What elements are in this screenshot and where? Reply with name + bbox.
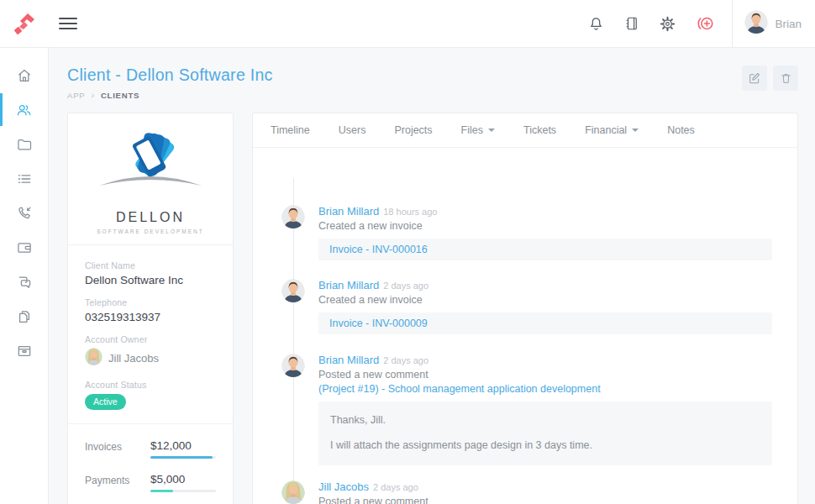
trash-icon	[780, 71, 792, 85]
entry-user-avatar[interactable]	[281, 480, 305, 504]
tab-users[interactable]: Users	[339, 124, 366, 136]
entry-user-link[interactable]: Jill Jacobs	[318, 480, 369, 493]
tab-label: Notes	[667, 124, 695, 136]
projects-folder-icon	[16, 136, 33, 153]
progress-track	[150, 456, 216, 459]
telephone-value: 032519313937	[85, 311, 216, 323]
edit-pencil-icon	[748, 71, 761, 85]
tab-bar: Timeline Users Projects Files Tickets Fi…	[253, 113, 797, 148]
breadcrumb: APP › CLIENTS	[67, 91, 273, 100]
sidebar-item-messages[interactable]	[0, 265, 48, 299]
left-sidebar	[0, 48, 49, 504]
entry-timestamp: 2 days ago	[383, 355, 429, 365]
tab-files[interactable]: Files	[461, 124, 495, 136]
invoice-link[interactable]: Invoice - INV-000009	[329, 318, 761, 329]
sidebar-item-payments[interactable]	[0, 230, 48, 265]
dellon-logo-image	[87, 125, 213, 205]
comment-text: Thanks, Jill.	[330, 413, 760, 427]
tab-label: Files	[461, 124, 483, 136]
menu-hamburger-icon[interactable]	[59, 14, 77, 33]
messages-chat-icon	[16, 274, 33, 291]
entry-invoice-box: Invoice - INV-000016	[318, 239, 772, 260]
tab-financial[interactable]: Financial	[585, 124, 639, 136]
tab-timeline[interactable]: Timeline	[271, 124, 310, 136]
stat-label: Invoices	[85, 439, 150, 459]
entry-action-text: Posted a new comment	[318, 496, 772, 504]
calls-phone-icon	[16, 205, 33, 222]
archive-box-icon	[16, 343, 33, 360]
progress-fill	[150, 490, 173, 492]
owner-avatar[interactable]	[85, 348, 103, 369]
breadcrumb-current: CLIENTS	[101, 91, 139, 100]
settings-gear-icon[interactable]	[660, 16, 676, 32]
home-icon	[16, 67, 33, 84]
address-book-icon[interactable]	[624, 15, 639, 32]
client-detail-card: Timeline Users Projects Files Tickets Fi…	[252, 113, 798, 504]
invoice-link[interactable]: Invoice - INV-000016	[329, 244, 761, 255]
tab-projects[interactable]: Projects	[394, 124, 432, 136]
sidebar-item-archive[interactable]	[0, 333, 48, 368]
page-actions	[742, 66, 798, 91]
caret-down-icon	[632, 129, 639, 132]
timeline-entry: Brian Millard2 days ago Posted a new com…	[253, 354, 797, 465]
stat-row-invoices: Invoices $12,000	[85, 439, 216, 459]
field-label: Account Owner	[85, 334, 216, 344]
quick-add-icon[interactable]	[696, 14, 715, 33]
entry-timestamp: 2 days ago	[383, 281, 429, 291]
entry-user-link[interactable]: Brian Millard	[318, 354, 379, 366]
entry-action-text: Posted a new comment	[318, 369, 772, 381]
edit-client-button[interactable]	[742, 66, 767, 91]
sidebar-item-clients[interactable]	[0, 92, 48, 127]
sidebar-item-home[interactable]	[0, 58, 48, 92]
notifications-bell-icon[interactable]	[588, 15, 604, 33]
client-info: Client Name Dellon Software Inc Telephon…	[68, 245, 233, 424]
header-icon-group	[588, 14, 715, 33]
caret-down-icon	[488, 129, 495, 132]
client-name-field: Client Name Dellon Software Inc	[85, 260, 216, 286]
entry-timestamp: 2 days ago	[373, 482, 418, 492]
chevron-right-icon: ›	[91, 92, 94, 99]
timeline: Brian Millard18 hours ago Created a new …	[253, 148, 797, 504]
entry-user-link[interactable]: Brian Millard	[318, 205, 379, 218]
tab-label: Timeline	[271, 124, 310, 136]
user-menu[interactable]: Brian	[733, 0, 815, 48]
field-label: Account Status	[85, 380, 216, 390]
comment-text: I will attach the assignments page desig…	[330, 438, 760, 452]
main-content: Client - Dellon Software Inc APP › CLIEN…	[49, 48, 815, 504]
page-head: Client - Dellon Software Inc APP › CLIEN…	[67, 66, 798, 100]
entry-user-avatar[interactable]	[281, 205, 305, 232]
owner-name[interactable]: Jill Jacobs	[108, 352, 159, 365]
sidebar-item-calls[interactable]	[0, 196, 48, 230]
sidebar-item-tasks[interactable]	[0, 161, 48, 196]
brand-logo-icon	[12, 11, 37, 36]
stat-value: $5,000	[150, 473, 216, 486]
tab-notes[interactable]: Notes	[667, 124, 695, 136]
account-status-field: Account Status Active	[85, 380, 216, 410]
client-logo-name: DELLON	[76, 210, 224, 225]
breadcrumb-root[interactable]: APP	[67, 91, 85, 100]
sidebar-item-documents[interactable]	[0, 299, 48, 333]
client-logo-tagline: SOFTWARE DEVELOPMENT	[76, 228, 224, 234]
client-stats: Invoices $12,000 Payments $5,000	[68, 424, 233, 504]
telephone-field: Telephone 032519313937	[85, 297, 216, 323]
app-logo[interactable]	[0, 11, 49, 36]
timeline-entry: Jill Jacobs2 days ago Posted a new comme…	[253, 480, 797, 504]
entry-user-link[interactable]: Brian Millard	[318, 279, 379, 291]
delete-client-button[interactable]	[773, 66, 798, 91]
tab-tickets[interactable]: Tickets	[523, 124, 556, 136]
entry-action-text: Created a new invoice	[318, 294, 772, 306]
project-link[interactable]: (Project #19) - School management applic…	[318, 383, 772, 395]
client-name-value: Dellon Software Inc	[85, 274, 216, 286]
documents-copy-icon	[16, 308, 33, 325]
field-label: Telephone	[85, 297, 216, 307]
user-avatar[interactable]	[744, 10, 768, 37]
entry-invoice-box: Invoice - INV-000009	[318, 312, 772, 334]
entry-user-avatar[interactable]	[281, 279, 305, 306]
entry-comment-box: Thanks, Jill. I will attach the assignme…	[318, 402, 772, 465]
entry-user-avatar[interactable]	[281, 354, 305, 381]
account-owner-field: Account Owner	[85, 334, 216, 369]
client-summary-card: DELLON SOFTWARE DEVELOPMENT Client Name …	[67, 113, 234, 504]
stat-row-payments: Payments $5,000	[85, 473, 216, 492]
sidebar-item-projects[interactable]	[0, 127, 48, 161]
entry-timestamp: 18 hours ago	[383, 207, 437, 217]
